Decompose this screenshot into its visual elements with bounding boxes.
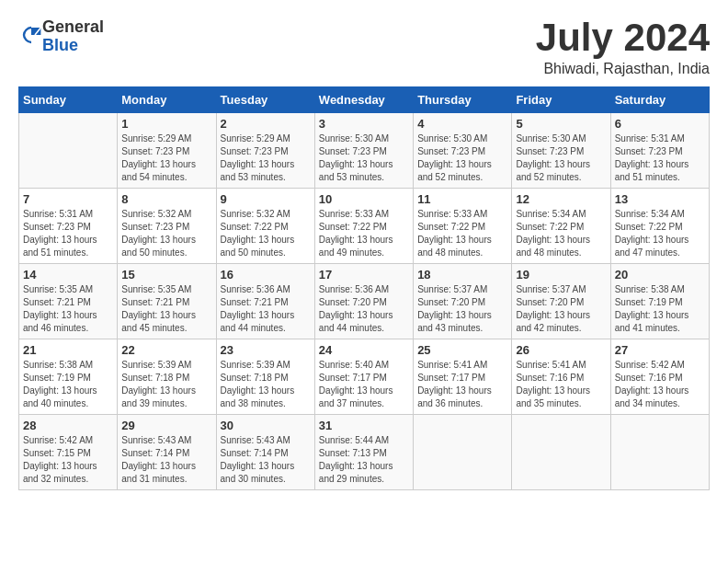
col-header-friday: Friday (512, 87, 610, 113)
calendar-cell (610, 415, 709, 490)
day-info: Sunrise: 5:36 AMSunset: 7:21 PMDaylight:… (221, 283, 311, 335)
day-info: Sunrise: 5:30 AMSunset: 7:23 PMDaylight:… (516, 132, 606, 184)
calendar-cell: 19Sunrise: 5:37 AMSunset: 7:20 PMDayligh… (512, 264, 610, 339)
calendar-cell: 28Sunrise: 5:42 AMSunset: 7:15 PMDayligh… (19, 415, 118, 490)
calendar-cell: 16Sunrise: 5:36 AMSunset: 7:21 PMDayligh… (216, 264, 314, 339)
calendar-cell: 13Sunrise: 5:34 AMSunset: 7:22 PMDayligh… (610, 189, 709, 264)
calendar-cell: 10Sunrise: 5:33 AMSunset: 7:22 PMDayligh… (314, 189, 413, 264)
calendar-cell: 29Sunrise: 5:43 AMSunset: 7:14 PMDayligh… (118, 415, 216, 490)
calendar-cell: 24Sunrise: 5:40 AMSunset: 7:17 PMDayligh… (314, 339, 413, 415)
calendar-cell: 17Sunrise: 5:36 AMSunset: 7:20 PMDayligh… (314, 264, 413, 339)
day-number: 23 (221, 343, 311, 357)
day-info: Sunrise: 5:34 AMSunset: 7:22 PMDaylight:… (516, 208, 606, 259)
day-number: 24 (319, 343, 409, 357)
main-title: July 2024 (536, 18, 710, 57)
day-info: Sunrise: 5:32 AMSunset: 7:22 PMDaylight:… (221, 208, 311, 259)
logo: General Blue (18, 18, 104, 55)
day-number: 19 (516, 268, 606, 282)
day-info: Sunrise: 5:29 AMSunset: 7:23 PMDaylight:… (221, 132, 311, 184)
day-info: Sunrise: 5:32 AMSunset: 7:23 PMDaylight:… (121, 208, 211, 259)
day-info: Sunrise: 5:43 AMSunset: 7:14 PMDaylight:… (121, 434, 211, 486)
calendar-cell: 12Sunrise: 5:34 AMSunset: 7:22 PMDayligh… (512, 189, 610, 264)
calendar-week-5: 28Sunrise: 5:42 AMSunset: 7:15 PMDayligh… (19, 415, 710, 490)
col-header-tuesday: Tuesday (216, 87, 314, 113)
day-info: Sunrise: 5:42 AMSunset: 7:15 PMDaylight:… (23, 434, 113, 486)
day-info: Sunrise: 5:38 AMSunset: 7:19 PMDaylight:… (23, 359, 113, 410)
day-number: 28 (23, 419, 113, 432)
col-header-monday: Monday (118, 87, 216, 113)
day-info: Sunrise: 5:30 AMSunset: 7:23 PMDaylight:… (319, 132, 409, 184)
day-info: Sunrise: 5:33 AMSunset: 7:22 PMDaylight:… (319, 208, 409, 259)
day-info: Sunrise: 5:34 AMSunset: 7:22 PMDaylight:… (615, 208, 705, 259)
calendar-cell: 3Sunrise: 5:30 AMSunset: 7:23 PMDaylight… (314, 113, 413, 189)
day-info: Sunrise: 5:29 AMSunset: 7:23 PMDaylight:… (121, 132, 211, 184)
calendar-cell: 4Sunrise: 5:30 AMSunset: 7:23 PMDaylight… (414, 113, 512, 189)
calendar-cell: 6Sunrise: 5:31 AMSunset: 7:23 PMDaylight… (610, 113, 709, 189)
day-number: 17 (319, 268, 409, 282)
calendar-cell: 15Sunrise: 5:35 AMSunset: 7:21 PMDayligh… (118, 264, 216, 339)
title-area: July 2024 Bhiwadi, Rajasthan, India (536, 18, 710, 77)
day-number: 25 (417, 343, 507, 357)
day-info: Sunrise: 5:38 AMSunset: 7:19 PMDaylight:… (615, 283, 705, 335)
day-number: 13 (615, 192, 705, 206)
day-number: 21 (23, 343, 113, 357)
day-info: Sunrise: 5:41 AMSunset: 7:17 PMDaylight:… (417, 359, 507, 410)
day-number: 6 (615, 117, 705, 131)
day-number: 11 (417, 192, 507, 206)
calendar-cell: 18Sunrise: 5:37 AMSunset: 7:20 PMDayligh… (414, 264, 512, 339)
logo-general: General (42, 17, 104, 36)
day-number: 30 (221, 419, 311, 432)
calendar-cell (414, 415, 512, 490)
calendar-cell: 25Sunrise: 5:41 AMSunset: 7:17 PMDayligh… (414, 339, 512, 415)
calendar-cell: 20Sunrise: 5:38 AMSunset: 7:19 PMDayligh… (610, 264, 709, 339)
logo-blue: Blue (42, 36, 78, 54)
day-number: 5 (516, 117, 606, 131)
day-info: Sunrise: 5:37 AMSunset: 7:20 PMDaylight:… (516, 283, 606, 335)
day-info: Sunrise: 5:31 AMSunset: 7:23 PMDaylight:… (23, 208, 113, 259)
day-number: 14 (23, 268, 113, 282)
calendar-cell (512, 415, 610, 490)
day-info: Sunrise: 5:42 AMSunset: 7:16 PMDaylight:… (615, 359, 705, 410)
day-info: Sunrise: 5:30 AMSunset: 7:23 PMDaylight:… (417, 132, 507, 184)
calendar-cell: 23Sunrise: 5:39 AMSunset: 7:18 PMDayligh… (216, 339, 314, 415)
day-info: Sunrise: 5:36 AMSunset: 7:20 PMDaylight:… (319, 283, 409, 335)
day-number: 2 (221, 117, 311, 131)
day-number: 29 (121, 419, 211, 432)
day-info: Sunrise: 5:35 AMSunset: 7:21 PMDaylight:… (121, 283, 211, 335)
subtitle: Bhiwadi, Rajasthan, India (536, 61, 710, 77)
logo-icon (20, 24, 42, 46)
day-number: 7 (23, 192, 113, 206)
day-number: 20 (615, 268, 705, 282)
calendar-table: SundayMondayTuesdayWednesdayThursdayFrid… (18, 86, 710, 490)
day-number: 3 (319, 117, 409, 131)
day-number: 1 (121, 117, 211, 131)
day-info: Sunrise: 5:39 AMSunset: 7:18 PMDaylight:… (121, 359, 211, 410)
calendar-cell: 5Sunrise: 5:30 AMSunset: 7:23 PMDaylight… (512, 113, 610, 189)
header-row: SundayMondayTuesdayWednesdayThursdayFrid… (19, 87, 710, 113)
day-number: 12 (516, 192, 606, 206)
day-info: Sunrise: 5:41 AMSunset: 7:16 PMDaylight:… (516, 359, 606, 410)
day-info: Sunrise: 5:40 AMSunset: 7:17 PMDaylight:… (319, 359, 409, 410)
col-header-wednesday: Wednesday (314, 87, 413, 113)
calendar-cell: 7Sunrise: 5:31 AMSunset: 7:23 PMDaylight… (19, 189, 118, 264)
calendar-cell: 14Sunrise: 5:35 AMSunset: 7:21 PMDayligh… (19, 264, 118, 339)
calendar-cell: 26Sunrise: 5:41 AMSunset: 7:16 PMDayligh… (512, 339, 610, 415)
day-info: Sunrise: 5:31 AMSunset: 7:23 PMDaylight:… (615, 132, 705, 184)
calendar-week-4: 21Sunrise: 5:38 AMSunset: 7:19 PMDayligh… (19, 339, 710, 415)
calendar-week-1: 1Sunrise: 5:29 AMSunset: 7:23 PMDaylight… (19, 113, 710, 189)
day-number: 8 (121, 192, 211, 206)
col-header-sunday: Sunday (19, 87, 118, 113)
day-info: Sunrise: 5:35 AMSunset: 7:21 PMDaylight:… (23, 283, 113, 335)
day-number: 18 (417, 268, 507, 282)
day-number: 10 (319, 192, 409, 206)
day-info: Sunrise: 5:43 AMSunset: 7:14 PMDaylight:… (221, 434, 311, 486)
calendar-cell: 30Sunrise: 5:43 AMSunset: 7:14 PMDayligh… (216, 415, 314, 490)
calendar-cell: 2Sunrise: 5:29 AMSunset: 7:23 PMDaylight… (216, 113, 314, 189)
calendar-cell: 31Sunrise: 5:44 AMSunset: 7:13 PMDayligh… (314, 415, 413, 490)
col-header-saturday: Saturday (610, 87, 709, 113)
day-number: 16 (221, 268, 311, 282)
calendar-cell: 27Sunrise: 5:42 AMSunset: 7:16 PMDayligh… (610, 339, 709, 415)
header: General Blue July 2024 Bhiwadi, Rajastha… (18, 18, 710, 77)
day-info: Sunrise: 5:39 AMSunset: 7:18 PMDaylight:… (221, 359, 311, 410)
day-number: 26 (516, 343, 606, 357)
